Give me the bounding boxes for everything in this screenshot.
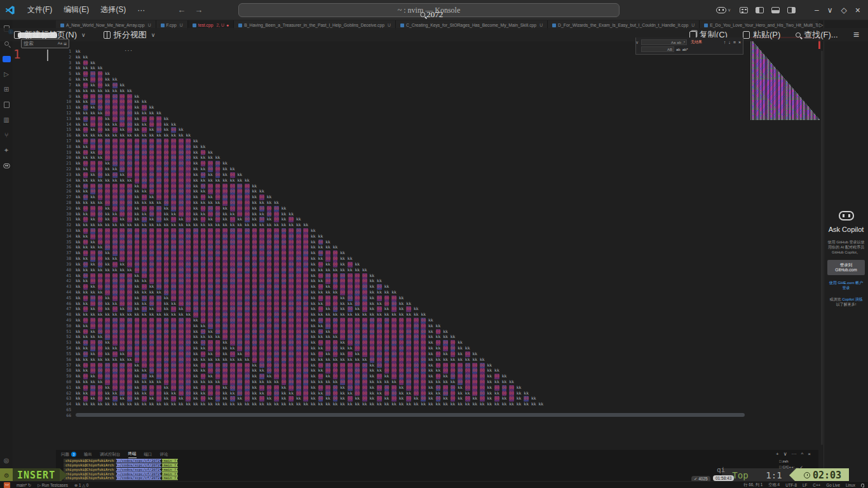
konsole-paste-button[interactable]: 粘贴(P) [743, 29, 780, 41]
find-in-selection-icon[interactable]: ≡ [733, 40, 736, 44]
remote-indicator[interactable]: >< [4, 482, 10, 488]
customize-layout-icon[interactable] [740, 7, 748, 13]
search-highlight: 00 [245, 217, 250, 222]
git-branch[interactable]: main* ↻ [17, 483, 31, 487]
menu-selection[interactable]: 选择(S) [95, 4, 132, 15]
panel-tab-item[interactable]: 评论 [160, 452, 168, 458]
run-debug-icon[interactable]: ▷ [3, 70, 11, 78]
copilot-chat-icon[interactable] [3, 161, 11, 170]
statusbar-item[interactable]: LF [803, 483, 807, 487]
toggle-secondary-sidebar-icon[interactable] [787, 7, 796, 13]
search-highlight: 00 [281, 290, 287, 295]
replace-all-button[interactable]: ab* [682, 48, 688, 51]
minimize-button[interactable]: – [815, 6, 819, 15]
search-highlight: 00 [156, 240, 161, 245]
regex-toggle[interactable]: .* [682, 41, 685, 44]
statusbar-item[interactable]: C++ [813, 483, 820, 487]
remote-explorer-icon[interactable] [3, 100, 11, 109]
preserve-case-toggle[interactable]: AB [667, 48, 672, 51]
editor[interactable]: 1kk 2kk kk 3kk 00 kk 4kk kk kk kk 5kk 00… [56, 42, 751, 451]
replace-one-button[interactable]: ab [676, 48, 681, 51]
chart-icon[interactable]: ▥ [3, 116, 11, 124]
restore-button[interactable]: ◇ [841, 6, 847, 15]
toggle-panel-icon[interactable] [771, 7, 780, 13]
panel-tab-item[interactable]: 调试控制台 [100, 452, 121, 458]
search-highlight: 00 [259, 385, 264, 391]
panel-tab-item[interactable]: 端口 [144, 452, 153, 458]
search-highlight: 00 [149, 273, 154, 279]
statusbar-item[interactable]: Linux [846, 483, 855, 487]
konsole-case-toggle[interactable]: Aa [58, 41, 62, 46]
find-prev-icon[interactable]: ↑ [724, 40, 726, 44]
search-highlight: 00 [406, 363, 411, 369]
search-highlight: 00 [494, 396, 499, 402]
panel-action-icon[interactable]: + [776, 451, 779, 457]
hamburger-menu-icon[interactable]: ≡ [853, 29, 859, 41]
search-highlight: 00 [98, 306, 103, 312]
github-signin-button[interactable]: 登录到 GitHub.com [827, 260, 865, 275]
terminal-list-item[interactable]: □ zsh [779, 459, 816, 464]
panel-tab-item[interactable]: 问题3 [61, 452, 76, 458]
panel-tab-active[interactable]: 终端 [128, 451, 137, 458]
menu-edit[interactable]: 编辑(E) [58, 4, 95, 15]
nav-forward-icon[interactable]: → [194, 5, 203, 15]
panel-action-icon[interactable]: × [808, 451, 811, 457]
statusbar-item[interactable]: Go Live [826, 483, 840, 487]
menu-more[interactable]: ··· [132, 6, 151, 15]
account-icon[interactable]: ◎ [3, 456, 11, 464]
search-highlight: 00 [171, 189, 176, 194]
menu-file[interactable]: 文件(F) [22, 4, 58, 15]
search-highlight: 00 [237, 273, 242, 279]
panel-action-icon[interactable]: ··· [792, 451, 797, 457]
editor-action-icon[interactable]: ▷ [819, 22, 823, 28]
find-input[interactable]: Aa ab .* [641, 39, 687, 45]
search-highlight: 00 [281, 329, 287, 335]
panel-action-icon[interactable]: ∨ [783, 451, 787, 457]
match-case-toggle[interactable]: Aa [671, 41, 675, 44]
search-highlight: 00 [127, 306, 132, 312]
konsole-search-box[interactable]: 搜索 Aa⊞ [21, 39, 69, 48]
extensions-icon[interactable]: ⊞ [3, 85, 11, 93]
search-highlight: 00 [112, 351, 118, 357]
copilot-menu[interactable]: ∨ [716, 7, 731, 13]
notifications-bell-icon[interactable] [861, 484, 864, 487]
konsole-split-view-button[interactable]: 拆分视图∨ [104, 29, 156, 41]
search-highlight: 00 [105, 374, 110, 379]
konsole-find-field[interactable] [18, 32, 57, 38]
whole-word-toggle[interactable]: ab [677, 41, 681, 44]
statusbar-item[interactable]: 空格:4 [768, 482, 780, 488]
panel-tab-item[interactable]: 输出 [84, 452, 92, 458]
editor-scrollbar[interactable] [821, 51, 823, 445]
search-highlight: 00 [237, 295, 242, 301]
find-collapse-icon[interactable]: ∨ [635, 40, 639, 45]
copilot-walkthrough-link[interactable]: Copilot 演练 [842, 297, 862, 301]
toggle-sidebar-icon[interactable] [756, 7, 764, 13]
nav-back-icon[interactable]: ← [177, 5, 186, 15]
minimap[interactable] [750, 37, 820, 121]
statusbar-item[interactable]: 行 66, 列 1 [743, 482, 763, 488]
panel-action-icon[interactable]: ^ [801, 451, 804, 457]
problems-summary[interactable]: ⊗ 1 △ 0 [74, 483, 88, 487]
references-icon[interactable]: ⑂ [3, 131, 11, 139]
command-center-search[interactable]: ~ : nvim — Konsole 2072 [238, 3, 620, 17]
search-highlight: 00 [480, 396, 485, 402]
docker-icon[interactable] [3, 55, 11, 63]
hand-icon[interactable]: ✦ [3, 146, 11, 154]
terminal-output[interactable]: chiyoyuki@ChiyofukiArch~/codes/xcpc/cf/2… [64, 459, 178, 480]
search-highlight: 00 [83, 340, 88, 346]
maximize-chevron[interactable]: ∨ [827, 6, 833, 15]
ghe-signin-link[interactable]: 使用 GHE.com 帐户登录 [827, 280, 865, 290]
search-highlight: 00 [259, 290, 264, 295]
run-testcases-button[interactable]: ▷ Run Testcases [37, 483, 68, 487]
find-next-icon[interactable]: ↓ [728, 40, 731, 44]
search-highlight: 00 [156, 256, 161, 262]
konsole-find-button[interactable]: 查找(F)... [796, 29, 837, 41]
close-button[interactable]: × [855, 5, 860, 15]
search-highlight: 00 [230, 273, 235, 279]
nvim-cursor-pos: 1:1 [759, 470, 789, 480]
find-close-icon[interactable]: × [738, 40, 741, 44]
statusbar-item[interactable]: UTF-8 [785, 483, 797, 487]
search-highlight: 00 [83, 262, 88, 268]
replace-input[interactable]: AB [641, 46, 674, 52]
nvim-line-number: 1 [13, 47, 20, 61]
